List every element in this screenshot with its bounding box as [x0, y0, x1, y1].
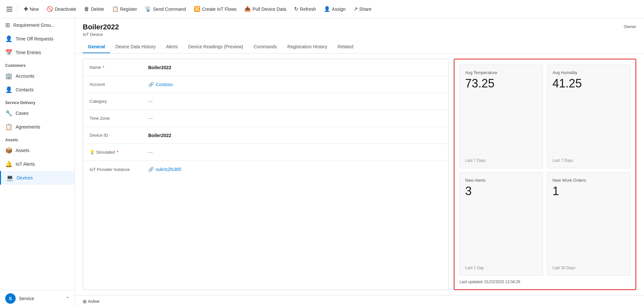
- form-row: Category---: [83, 93, 448, 110]
- delete-button[interactable]: 🗑 Delete: [81, 4, 107, 14]
- sidebar-scroll: ⊞ Requirement Grou... 👤 Time Off Request…: [0, 18, 75, 290]
- refresh-label: Refresh: [300, 7, 316, 12]
- sidebar-item-cases[interactable]: 🔧 Cases: [0, 106, 75, 120]
- service-delivery-section-header: Service Delivery: [0, 97, 75, 106]
- sidebar-item-label: IoT Alerts: [16, 161, 35, 167]
- sidebar-item-time-off-requests[interactable]: 👤 Time Off Requests: [0, 32, 75, 46]
- new-icon: ✚: [24, 6, 28, 12]
- tab-device-readings[interactable]: Device Readings (Preview): [183, 41, 249, 53]
- pull-device-data-button[interactable]: 📥 Pull Device Data: [241, 4, 290, 14]
- iot-alerts-icon: 🔔: [5, 161, 12, 168]
- metric-period: Last 30 Days: [552, 266, 625, 270]
- form-row: Account🔗Contoso: [83, 76, 448, 93]
- refresh-button[interactable]: ↻ Refresh: [291, 4, 319, 14]
- create-iot-flows-label: Create IoT Flows: [202, 7, 236, 12]
- metrics-panel: Avg Temperature73.25Last 7 DaysAvg Humid…: [454, 59, 636, 290]
- new-button[interactable]: ✚ New: [21, 4, 42, 14]
- form-value: ---: [148, 150, 442, 155]
- customers-section-header: Customers: [0, 59, 75, 69]
- tab-related[interactable]: Related: [332, 41, 358, 53]
- tab-registration-history[interactable]: Registration History: [282, 41, 332, 53]
- sidebar-item-time-entries[interactable]: 📅 Time Entries: [0, 46, 75, 59]
- register-icon: 📋: [112, 6, 119, 12]
- refresh-icon: ↻: [294, 6, 298, 12]
- tabs: GeneralDevice Data HistoryAlertsDevice R…: [83, 41, 636, 53]
- sidebar: ⊞ Requirement Grou... 👤 Time Off Request…: [0, 18, 75, 307]
- tab-commands[interactable]: Commands: [248, 41, 282, 53]
- sidebar-item-label: Time Off Requests: [16, 36, 53, 41]
- assets-icon: 📦: [5, 147, 12, 154]
- send-command-label: Send Command: [153, 7, 186, 12]
- form-label: Device ID: [90, 133, 148, 138]
- metric-card: Avg Temperature73.25Last 7 Days: [460, 65, 543, 168]
- hamburger-menu[interactable]: [4, 4, 15, 14]
- sidebar-item-assets[interactable]: 📦 Assets: [0, 144, 75, 157]
- send-command-button[interactable]: 📡 Send Command: [142, 4, 189, 14]
- sidebar-footer[interactable]: S Service ⌃: [0, 290, 75, 307]
- requirement-group-icon: ⊞: [5, 22, 10, 29]
- contacts-icon: 👤: [5, 86, 12, 93]
- assign-label: Assign: [332, 7, 346, 12]
- form-row: Device IDBoiler2022: [83, 127, 448, 144]
- sidebar-item-agreements[interactable]: 📋 Agreements: [0, 120, 75, 134]
- form-value: ---: [148, 99, 442, 104]
- required-indicator: *: [116, 150, 119, 155]
- form-label: Category: [90, 99, 148, 104]
- cases-icon: 🔧: [5, 110, 12, 117]
- form-value[interactable]: 🔗sukris2fs365: [148, 167, 442, 172]
- link-icon: 🔗: [148, 167, 154, 172]
- form-label: 💡Simulated *: [90, 150, 148, 155]
- create-iot-flows-button[interactable]: 🔀 Create IoT Flows: [191, 4, 240, 14]
- chevron-up-icon: ⌃: [65, 296, 69, 301]
- share-icon: ↗: [353, 6, 358, 12]
- form-label: IoT Provider Instance: [90, 167, 148, 172]
- deactivate-button[interactable]: 🚫 Deactivate: [43, 4, 79, 14]
- metric-value: 73.25: [465, 78, 537, 89]
- deactivate-label: Deactivate: [55, 7, 76, 12]
- register-label: Register: [120, 7, 137, 12]
- metric-value: 1: [552, 185, 625, 197]
- tab-device-data-history[interactable]: Device Data History: [110, 41, 161, 53]
- form-value[interactable]: 🔗Contoso: [148, 82, 442, 87]
- accounts-icon: 🏢: [5, 72, 12, 80]
- metric-title: Avg Temperature: [465, 70, 537, 75]
- form-row: Name *Boiler2022: [83, 59, 448, 76]
- metric-title: New Alerts: [465, 178, 537, 183]
- main-layout: ⊞ Requirement Grou... 👤 Time Off Request…: [0, 18, 644, 307]
- status-label: Active: [88, 299, 99, 304]
- sidebar-item-accounts[interactable]: 🏢 Accounts: [0, 69, 75, 83]
- toolbar: ✚ New 🚫 Deactivate 🗑 Delete 📋 Register 📡…: [0, 0, 644, 18]
- form-row: 💡Simulated *---: [83, 144, 448, 161]
- avatar: S: [5, 293, 16, 304]
- devices-icon: 💻: [6, 174, 13, 181]
- tab-general[interactable]: General: [83, 41, 110, 53]
- metric-title: New Work Orders: [552, 178, 625, 183]
- metrics-last-updated: Last updated: 01/22/2020 13:34:26: [460, 280, 630, 284]
- register-button[interactable]: 📋 Register: [109, 4, 140, 14]
- delete-label: Delete: [91, 7, 104, 12]
- sidebar-item-label: Accounts: [16, 73, 35, 79]
- sidebar-item-devices[interactable]: 💻 Devices: [0, 171, 75, 185]
- sidebar-item-requirement-group[interactable]: ⊞ Requirement Grou...: [0, 18, 75, 32]
- send-command-icon: 📡: [145, 6, 151, 12]
- status-tag[interactable]: ⊞ Active: [83, 299, 99, 304]
- assign-button[interactable]: 👤 Assign: [321, 4, 349, 14]
- record-title-row: Boiler2022 IoT Device Owner: [83, 23, 636, 37]
- status-bar: ⊞ Active: [75, 295, 644, 307]
- tab-content: Name *Boiler2022Account🔗ContosoCategory-…: [75, 54, 644, 295]
- metric-value: 41.25: [552, 78, 625, 89]
- form-value: Boiler2022: [148, 133, 442, 138]
- new-label: New: [30, 7, 39, 12]
- simulated-icon: 💡: [90, 150, 95, 155]
- sidebar-item-label: Time Entries: [16, 50, 41, 55]
- sidebar-item-label: Contacts: [16, 87, 34, 92]
- required-indicator: *: [102, 65, 105, 70]
- metric-period: Last 1 Day: [465, 266, 537, 270]
- tab-alerts[interactable]: Alerts: [161, 41, 183, 53]
- record-info: Boiler2022 IoT Device: [83, 23, 119, 37]
- pull-device-data-icon: 📥: [244, 6, 251, 12]
- share-button[interactable]: ↗ Share: [350, 4, 375, 14]
- sidebar-item-iot-alerts[interactable]: 🔔 IoT Alerts: [0, 157, 75, 171]
- agreements-icon: 📋: [5, 123, 12, 130]
- sidebar-item-contacts[interactable]: 👤 Contacts: [0, 83, 75, 97]
